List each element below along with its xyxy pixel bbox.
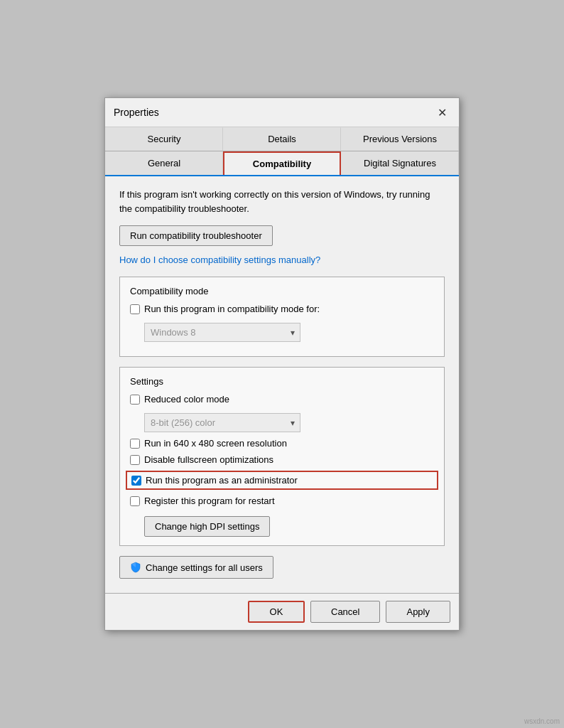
content-area: If this program isn't working correctly … (105, 176, 459, 593)
cancel-button[interactable]: Cancel (310, 601, 380, 623)
fullscreen-row: Disable fullscreen optimizations (130, 454, 434, 465)
admin-label[interactable]: Run this program as an administrator (146, 475, 298, 486)
description-text: If this program isn't working correctly … (119, 188, 445, 215)
tab-details[interactable]: Details (223, 127, 341, 151)
change-dpi-button[interactable]: Change high DPI settings (144, 516, 270, 537)
resolution-label[interactable]: Run in 640 x 480 screen resolution (144, 438, 287, 449)
close-button[interactable]: ✕ (433, 104, 450, 121)
color-mode-dropdown-wrapper: 8-bit (256) color 16-bit color (144, 413, 300, 432)
compat-mode-checkbox[interactable] (130, 304, 140, 314)
reduced-color-checkbox[interactable] (130, 395, 140, 405)
title-bar: Properties ✕ (105, 98, 459, 127)
compatibility-mode-label: Compatibility mode (130, 286, 434, 296)
tab-previous-versions[interactable]: Previous Versions (341, 127, 459, 151)
compat-mode-checkbox-label[interactable]: Run this program in compatibility mode f… (144, 304, 320, 314)
reduced-color-row: Reduced color mode (130, 394, 434, 405)
tab-security[interactable]: Security (105, 127, 223, 151)
restart-row: Register this program for restart (130, 496, 434, 506)
restart-label[interactable]: Register this program for restart (144, 496, 275, 506)
fullscreen-label[interactable]: Disable fullscreen optimizations (144, 454, 273, 465)
resolution-checkbox[interactable] (130, 439, 140, 449)
compat-mode-dropdown[interactable]: Windows 8 Windows 7 Windows Vista (SP2) … (144, 323, 300, 342)
ok-button[interactable]: OK (248, 601, 305, 623)
tab-row-2: General Compatibility Digital Signatures (105, 151, 459, 176)
tab-compatibility[interactable]: Compatibility (223, 151, 341, 175)
compatibility-mode-group: Compatibility mode Run this program in c… (119, 277, 445, 357)
watermark: wsxdn.com (524, 717, 560, 725)
fullscreen-checkbox[interactable] (130, 455, 140, 465)
reduced-color-label[interactable]: Reduced color mode (144, 394, 229, 405)
admin-checkbox[interactable] (131, 476, 141, 486)
compat-mode-checkbox-row: Run this program in compatibility mode f… (130, 304, 434, 314)
change-settings-label: Change settings for all users (146, 562, 263, 573)
admin-row: Run this program as an administrator (126, 471, 438, 490)
settings-group: Settings Reduced color mode 8-bit (256) … (119, 367, 445, 546)
tab-digital-signatures[interactable]: Digital Signatures (341, 151, 459, 175)
run-troubleshooter-button[interactable]: Run compatibility troubleshooter (119, 225, 273, 246)
dialog-title: Properties (114, 107, 159, 118)
compat-mode-dropdown-wrapper: Windows 8 Windows 7 Windows Vista (SP2) … (144, 323, 300, 342)
settings-group-label: Settings (130, 376, 434, 387)
resolution-row: Run in 640 x 480 screen resolution (130, 438, 434, 449)
tab-row-1: Security Details Previous Versions (105, 127, 459, 151)
change-settings-all-users-button[interactable]: Change settings for all users (119, 556, 273, 579)
manual-settings-link[interactable]: How do I choose compatibility settings m… (119, 255, 320, 265)
restart-checkbox[interactable] (130, 496, 140, 506)
color-mode-dropdown[interactable]: 8-bit (256) color 16-bit color (144, 413, 300, 432)
dialog-footer: OK Cancel Apply (105, 593, 459, 630)
apply-button[interactable]: Apply (386, 601, 450, 623)
shield-icon (130, 562, 141, 573)
tab-general[interactable]: General (105, 151, 223, 175)
properties-dialog: Properties ✕ Security Details Previous V… (104, 97, 460, 631)
